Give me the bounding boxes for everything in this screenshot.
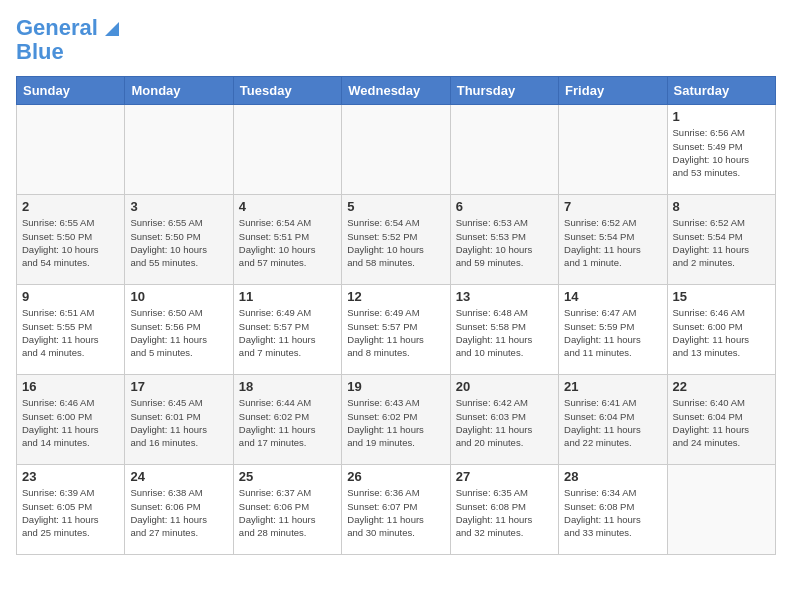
calendar-day-cell	[450, 105, 558, 195]
calendar-day-cell: 15Sunrise: 6:46 AM Sunset: 6:00 PM Dayli…	[667, 285, 775, 375]
day-number: 9	[22, 289, 119, 304]
day-info: Sunrise: 6:43 AM Sunset: 6:02 PM Dayligh…	[347, 396, 444, 449]
logo-icon	[101, 18, 119, 36]
calendar-day-cell: 28Sunrise: 6:34 AM Sunset: 6:08 PM Dayli…	[559, 465, 667, 555]
day-info: Sunrise: 6:46 AM Sunset: 6:00 PM Dayligh…	[22, 396, 119, 449]
day-number: 26	[347, 469, 444, 484]
calendar-day-cell: 27Sunrise: 6:35 AM Sunset: 6:08 PM Dayli…	[450, 465, 558, 555]
calendar-day-cell	[17, 105, 125, 195]
calendar-day-cell: 1Sunrise: 6:56 AM Sunset: 5:49 PM Daylig…	[667, 105, 775, 195]
calendar-week-row: 1Sunrise: 6:56 AM Sunset: 5:49 PM Daylig…	[17, 105, 776, 195]
svg-marker-0	[105, 22, 119, 36]
calendar-day-cell	[559, 105, 667, 195]
day-number: 15	[673, 289, 770, 304]
day-number: 19	[347, 379, 444, 394]
day-info: Sunrise: 6:49 AM Sunset: 5:57 PM Dayligh…	[347, 306, 444, 359]
calendar-day-cell: 13Sunrise: 6:48 AM Sunset: 5:58 PM Dayli…	[450, 285, 558, 375]
calendar-body: 1Sunrise: 6:56 AM Sunset: 5:49 PM Daylig…	[17, 105, 776, 555]
day-info: Sunrise: 6:49 AM Sunset: 5:57 PM Dayligh…	[239, 306, 336, 359]
day-info: Sunrise: 6:51 AM Sunset: 5:55 PM Dayligh…	[22, 306, 119, 359]
calendar-day-cell: 12Sunrise: 6:49 AM Sunset: 5:57 PM Dayli…	[342, 285, 450, 375]
day-info: Sunrise: 6:36 AM Sunset: 6:07 PM Dayligh…	[347, 486, 444, 539]
day-number: 14	[564, 289, 661, 304]
day-info: Sunrise: 6:52 AM Sunset: 5:54 PM Dayligh…	[564, 216, 661, 269]
day-info: Sunrise: 6:47 AM Sunset: 5:59 PM Dayligh…	[564, 306, 661, 359]
calendar-day-cell: 5Sunrise: 6:54 AM Sunset: 5:52 PM Daylig…	[342, 195, 450, 285]
calendar-week-row: 23Sunrise: 6:39 AM Sunset: 6:05 PM Dayli…	[17, 465, 776, 555]
day-info: Sunrise: 6:56 AM Sunset: 5:49 PM Dayligh…	[673, 126, 770, 179]
day-info: Sunrise: 6:55 AM Sunset: 5:50 PM Dayligh…	[22, 216, 119, 269]
calendar-day-cell: 26Sunrise: 6:36 AM Sunset: 6:07 PM Dayli…	[342, 465, 450, 555]
day-number: 7	[564, 199, 661, 214]
calendar-day-cell: 20Sunrise: 6:42 AM Sunset: 6:03 PM Dayli…	[450, 375, 558, 465]
calendar-day-cell: 7Sunrise: 6:52 AM Sunset: 5:54 PM Daylig…	[559, 195, 667, 285]
day-number: 25	[239, 469, 336, 484]
day-number: 3	[130, 199, 227, 214]
calendar-header-row: SundayMondayTuesdayWednesdayThursdayFrid…	[17, 77, 776, 105]
calendar-day-cell: 24Sunrise: 6:38 AM Sunset: 6:06 PM Dayli…	[125, 465, 233, 555]
day-number: 27	[456, 469, 553, 484]
day-number: 23	[22, 469, 119, 484]
calendar-week-row: 9Sunrise: 6:51 AM Sunset: 5:55 PM Daylig…	[17, 285, 776, 375]
calendar-week-row: 2Sunrise: 6:55 AM Sunset: 5:50 PM Daylig…	[17, 195, 776, 285]
day-number: 8	[673, 199, 770, 214]
day-info: Sunrise: 6:45 AM Sunset: 6:01 PM Dayligh…	[130, 396, 227, 449]
calendar-day-cell: 18Sunrise: 6:44 AM Sunset: 6:02 PM Dayli…	[233, 375, 341, 465]
calendar-week-row: 16Sunrise: 6:46 AM Sunset: 6:00 PM Dayli…	[17, 375, 776, 465]
logo-blue-text: Blue	[16, 40, 64, 64]
calendar-day-cell: 9Sunrise: 6:51 AM Sunset: 5:55 PM Daylig…	[17, 285, 125, 375]
day-info: Sunrise: 6:42 AM Sunset: 6:03 PM Dayligh…	[456, 396, 553, 449]
day-number: 13	[456, 289, 553, 304]
day-info: Sunrise: 6:48 AM Sunset: 5:58 PM Dayligh…	[456, 306, 553, 359]
day-number: 6	[456, 199, 553, 214]
calendar-header-cell: Wednesday	[342, 77, 450, 105]
calendar-day-cell: 6Sunrise: 6:53 AM Sunset: 5:53 PM Daylig…	[450, 195, 558, 285]
calendar-day-cell	[125, 105, 233, 195]
calendar-day-cell	[233, 105, 341, 195]
calendar-header-cell: Friday	[559, 77, 667, 105]
day-number: 28	[564, 469, 661, 484]
calendar-day-cell: 10Sunrise: 6:50 AM Sunset: 5:56 PM Dayli…	[125, 285, 233, 375]
day-number: 24	[130, 469, 227, 484]
day-info: Sunrise: 6:38 AM Sunset: 6:06 PM Dayligh…	[130, 486, 227, 539]
day-number: 21	[564, 379, 661, 394]
day-info: Sunrise: 6:37 AM Sunset: 6:06 PM Dayligh…	[239, 486, 336, 539]
day-number: 2	[22, 199, 119, 214]
logo-text: General	[16, 16, 98, 40]
day-info: Sunrise: 6:46 AM Sunset: 6:00 PM Dayligh…	[673, 306, 770, 359]
calendar-day-cell: 14Sunrise: 6:47 AM Sunset: 5:59 PM Dayli…	[559, 285, 667, 375]
calendar-day-cell: 21Sunrise: 6:41 AM Sunset: 6:04 PM Dayli…	[559, 375, 667, 465]
day-number: 4	[239, 199, 336, 214]
calendar-day-cell: 8Sunrise: 6:52 AM Sunset: 5:54 PM Daylig…	[667, 195, 775, 285]
calendar-header-cell: Saturday	[667, 77, 775, 105]
calendar-header-cell: Thursday	[450, 77, 558, 105]
day-info: Sunrise: 6:52 AM Sunset: 5:54 PM Dayligh…	[673, 216, 770, 269]
day-info: Sunrise: 6:34 AM Sunset: 6:08 PM Dayligh…	[564, 486, 661, 539]
calendar-day-cell	[667, 465, 775, 555]
calendar-header-cell: Sunday	[17, 77, 125, 105]
day-number: 22	[673, 379, 770, 394]
calendar-day-cell: 23Sunrise: 6:39 AM Sunset: 6:05 PM Dayli…	[17, 465, 125, 555]
calendar-day-cell	[342, 105, 450, 195]
calendar-day-cell: 2Sunrise: 6:55 AM Sunset: 5:50 PM Daylig…	[17, 195, 125, 285]
day-info: Sunrise: 6:41 AM Sunset: 6:04 PM Dayligh…	[564, 396, 661, 449]
day-number: 17	[130, 379, 227, 394]
day-info: Sunrise: 6:50 AM Sunset: 5:56 PM Dayligh…	[130, 306, 227, 359]
calendar-day-cell: 3Sunrise: 6:55 AM Sunset: 5:50 PM Daylig…	[125, 195, 233, 285]
calendar-day-cell: 19Sunrise: 6:43 AM Sunset: 6:02 PM Dayli…	[342, 375, 450, 465]
day-info: Sunrise: 6:39 AM Sunset: 6:05 PM Dayligh…	[22, 486, 119, 539]
day-info: Sunrise: 6:40 AM Sunset: 6:04 PM Dayligh…	[673, 396, 770, 449]
calendar-header-cell: Monday	[125, 77, 233, 105]
calendar-day-cell: 22Sunrise: 6:40 AM Sunset: 6:04 PM Dayli…	[667, 375, 775, 465]
day-info: Sunrise: 6:35 AM Sunset: 6:08 PM Dayligh…	[456, 486, 553, 539]
day-info: Sunrise: 6:53 AM Sunset: 5:53 PM Dayligh…	[456, 216, 553, 269]
calendar-day-cell: 25Sunrise: 6:37 AM Sunset: 6:06 PM Dayli…	[233, 465, 341, 555]
logo: General Blue	[16, 16, 119, 64]
day-number: 5	[347, 199, 444, 214]
day-number: 12	[347, 289, 444, 304]
day-number: 18	[239, 379, 336, 394]
day-info: Sunrise: 6:54 AM Sunset: 5:52 PM Dayligh…	[347, 216, 444, 269]
calendar-header-cell: Tuesday	[233, 77, 341, 105]
day-number: 1	[673, 109, 770, 124]
calendar-day-cell: 17Sunrise: 6:45 AM Sunset: 6:01 PM Dayli…	[125, 375, 233, 465]
